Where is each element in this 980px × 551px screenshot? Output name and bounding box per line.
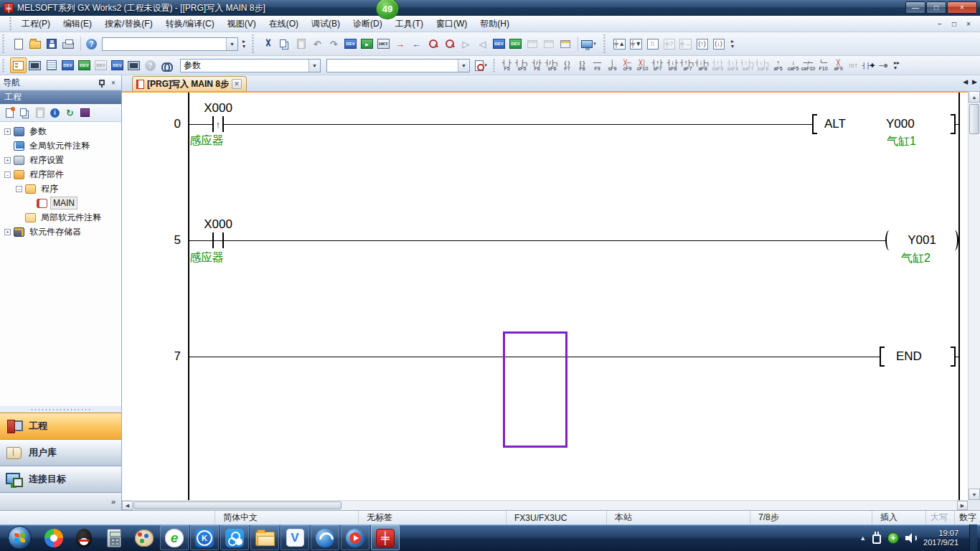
tray-expand-icon[interactable]: ▲ <box>859 534 866 542</box>
paste-icon[interactable] <box>293 36 309 52</box>
cross-reference-icon[interactable] <box>159 57 175 73</box>
branch-line-icon[interactable]: └─ F10 <box>816 57 831 74</box>
pin-icon[interactable] <box>98 77 108 88</box>
monitor-pulse-icon[interactable]: ⎍ <box>644 36 661 52</box>
tree-item[interactable]: + 程序设置 <box>0 153 121 167</box>
scroll-right-icon[interactable]: ▶ <box>957 501 968 510</box>
tree-item[interactable]: + 参数 <box>0 124 121 138</box>
device-batch-test-icon[interactable]: HKY <box>375 36 392 52</box>
close-button[interactable]: × <box>947 1 977 14</box>
view-selector-button[interactable]: 用户库 <box>0 439 121 466</box>
monitor-coil2-icon[interactable]: (↓) <box>710 36 727 52</box>
scrollbar-thumb[interactable] <box>969 104 979 134</box>
taskbar-sogou-icon[interactable] <box>39 525 68 550</box>
device-combo[interactable]: 参数 ▼ <box>180 59 321 72</box>
pulse-up-icon[interactable]: ↑ aF5 <box>771 57 786 74</box>
falling-pulse-not-icon[interactable]: ┤↓├ saF6 <box>725 57 740 74</box>
help-icon[interactable]: ? <box>83 36 100 52</box>
help-circle-icon[interactable]: ? <box>142 57 159 73</box>
combo-dropdown-icon[interactable]: ▼ <box>308 60 320 72</box>
pulse-down-icon[interactable]: ↓ caF5 <box>786 57 801 74</box>
tab-next-icon[interactable]: ▶ <box>972 78 977 85</box>
device-display-mode-icon[interactable]: DEV <box>109 57 126 73</box>
data-property-icon[interactable]: i <box>47 105 62 120</box>
taskbar-k-app-icon[interactable]: K <box>190 525 219 550</box>
menu-item[interactable]: 工具(T) <box>389 16 430 32</box>
outline-list-icon[interactable] <box>43 57 60 73</box>
new-project-icon[interactable] <box>10 36 27 52</box>
coil-cell[interactable]: Y001 <box>885 230 958 251</box>
combo-dropdown-icon[interactable]: ▼ <box>226 38 237 50</box>
copy-icon[interactable] <box>276 36 293 52</box>
function-block-icon[interactable] <box>27 57 43 73</box>
delete-vertical-line-icon[interactable]: ╳│ cF10 <box>635 57 650 74</box>
ladder-canvas[interactable]: 0 X000 ↑ 感应器 ALT Y000 气缸1 5 <box>122 91 968 500</box>
view-selector-button[interactable]: 连接目标 <box>0 466 121 492</box>
menu-item[interactable]: 视图(V) <box>221 16 263 32</box>
menu-item[interactable]: 在线(O) <box>263 16 305 32</box>
device-comment-icon[interactable]: DEV <box>60 57 76 73</box>
menu-item[interactable]: 转换/编译(C) <box>159 16 221 32</box>
ladder-edit-cursor[interactable] <box>503 331 567 448</box>
redo-icon[interactable]: ↷ <box>326 36 342 52</box>
vertical-scrollbar[interactable]: ▲ ▼ <box>968 91 980 500</box>
find-in-document-icon[interactable]: ▾ <box>473 57 489 73</box>
taskbar-explorer-icon[interactable] <box>250 525 279 550</box>
tree-item[interactable]: + 软元件存储器 <box>0 225 121 239</box>
mdi-minimize-button[interactable]: − <box>933 18 947 29</box>
combo-dropdown-icon[interactable]: ▼ <box>458 60 469 72</box>
panel-options-chevron[interactable]: » <box>0 492 121 510</box>
undo-icon[interactable]: ↶ <box>309 36 326 52</box>
new-data-icon[interactable] <box>2 105 17 120</box>
cut-icon[interactable] <box>260 36 276 52</box>
menu-item[interactable]: 搜索/替换(F) <box>98 16 159 32</box>
device-replace-icon[interactable] <box>441 36 458 52</box>
horizontal-line-icon[interactable]: ── F9 <box>590 57 605 74</box>
tree-expander-icon[interactable]: + <box>4 229 11 235</box>
close-panel-icon[interactable]: × <box>108 77 118 88</box>
open-branch-icon[interactable]: ┤ ├┐ sF5 <box>514 57 529 74</box>
menu-item[interactable]: 工程(P) <box>15 16 57 32</box>
rising-pulse-icon[interactable]: ┤↑├ sF7 <box>650 57 665 74</box>
taskbar-qq-icon[interactable] <box>70 525 98 550</box>
falling-pulse-branch-icon[interactable]: ┤↓├┐ aF8 <box>695 57 710 74</box>
monitor-mode-icon[interactable]: ╪▲ <box>611 36 628 52</box>
scroll-down-icon[interactable]: ▼ <box>969 489 980 500</box>
tab-main-program[interactable]: [PRG]写入 MAIN 8步 ✕ <box>132 76 247 91</box>
tree-item[interactable]: MAIN <box>0 196 121 210</box>
tree-item[interactable]: 全局软元件注释 <box>0 138 121 153</box>
paste-data-icon[interactable] <box>32 105 47 120</box>
menu-item[interactable]: 调试(B) <box>305 16 347 32</box>
window-tile-icon[interactable] <box>540 36 557 52</box>
maximize-button[interactable]: □ <box>926 1 946 14</box>
tree-item[interactable]: - 程序 <box>0 182 121 196</box>
closed-contact-icon[interactable]: ┤/├ F6 <box>529 57 545 74</box>
toolbar-overflow-icon[interactable]: ▸▸▾ <box>894 60 900 70</box>
save-project-icon[interactable] <box>43 36 60 52</box>
tab-prev-icon[interactable]: ◀ <box>963 78 968 85</box>
falling-pulse-icon[interactable]: ┤↓├ sF8 <box>665 57 680 74</box>
open-project-icon[interactable] <box>27 36 43 52</box>
mdi-close-button[interactable]: × <box>961 18 976 29</box>
panel-splitter[interactable] <box>29 406 93 413</box>
device-note-icon[interactable]: DEV <box>93 57 109 73</box>
device-search-icon[interactable] <box>126 57 142 73</box>
window-cascade-icon[interactable] <box>524 36 540 52</box>
taskbar-paint-icon[interactable] <box>130 525 159 550</box>
open-contact-icon[interactable]: ┤ ├ F5 <box>499 57 514 74</box>
taskbar-xunlei-icon[interactable]: V <box>281 525 309 550</box>
view-selector-button[interactable]: 工程 <box>0 413 121 439</box>
tab-close-icon[interactable]: ✕ <box>232 79 242 89</box>
taskbar-365-icon[interactable] <box>220 525 249 550</box>
invert-result-icon[interactable]: ─/─ caF10 <box>801 57 816 74</box>
minimize-button[interactable]: — <box>905 1 925 14</box>
horizontal-scrollbar[interactable]: ◀ ▶ <box>122 500 968 510</box>
navigation-toggle-icon[interactable] <box>10 57 27 73</box>
delete-line-icon[interactable]: ╳ aF9 <box>831 57 846 74</box>
vertical-line-icon[interactable]: │ sF9 <box>605 57 620 74</box>
taskbar-browser360-icon[interactable]: e <box>160 525 189 550</box>
rising-pulse-not-branch-icon[interactable]: ┤↑├┐ saF7 <box>740 57 755 74</box>
device-batch-write-icon[interactable]: DEV <box>342 36 359 52</box>
menu-item[interactable]: 帮助(H) <box>473 16 516 32</box>
device-display2-icon[interactable]: DEV <box>507 36 524 52</box>
